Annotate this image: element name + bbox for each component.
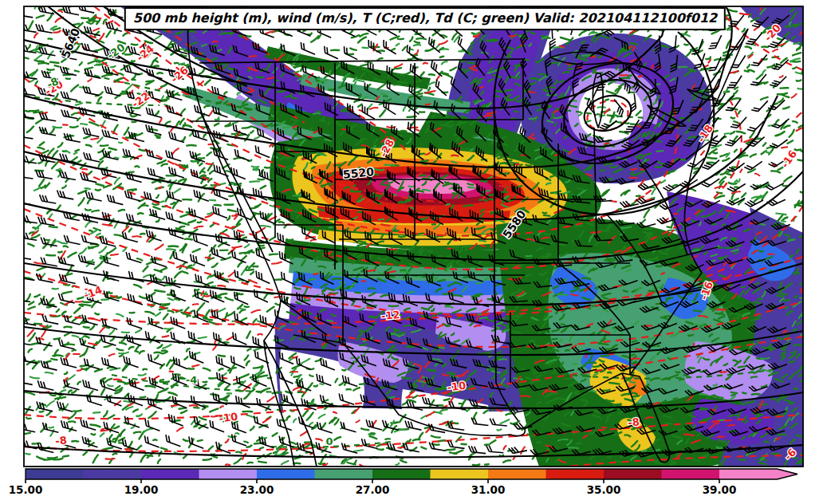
colorbar-tick-label: 27.00 (347, 483, 398, 496)
colorbar-segment (26, 469, 84, 479)
colorbar-segment (84, 469, 142, 479)
contour-label: -4 (186, 374, 197, 386)
contour-label: -12 (380, 309, 400, 322)
contour-label: -8 (55, 434, 68, 447)
colorbar-segment (199, 469, 258, 479)
weather-map: 564055205580-28-26-24-22-20-20-18-16-16-… (0, 0, 827, 504)
colorbar-segment (719, 469, 778, 479)
colorbar-tick-label: 39.00 (694, 483, 745, 496)
colorbar-segment (546, 469, 604, 479)
colorbar-segment (315, 469, 373, 479)
map-title-text: 500 mb height (m), wind (m/s), T (C;red)… (133, 10, 717, 26)
contour-label: -8 (628, 415, 640, 428)
colorbar-segment (431, 469, 489, 479)
colorbar-tick-label: 35.00 (578, 483, 629, 496)
colorbar-tick-label: 23.00 (231, 483, 282, 496)
colorbar-segment (662, 469, 720, 479)
colorbar-tick-label: 31.00 (463, 483, 514, 496)
colorbar-segment (488, 469, 546, 479)
colorbar-segment (604, 469, 662, 479)
colorbar-tick-label: 19.00 (116, 483, 167, 496)
contour-label: 0 (325, 435, 333, 447)
colorbar-tick-labels: 15.00 19.00 23.00 27.00 31.00 35.00 39.0… (0, 483, 827, 499)
colorbar-segment (372, 469, 431, 479)
map-title: 500 mb height (m), wind (m/s), T (C;red)… (124, 7, 726, 30)
colorbar-segment (257, 469, 315, 479)
colorbar-segment (141, 469, 199, 479)
weather-figure: 564055205580-28-26-24-22-20-20-18-16-16-… (0, 0, 827, 504)
colorbar-tick-label: 15.00 (0, 483, 51, 496)
